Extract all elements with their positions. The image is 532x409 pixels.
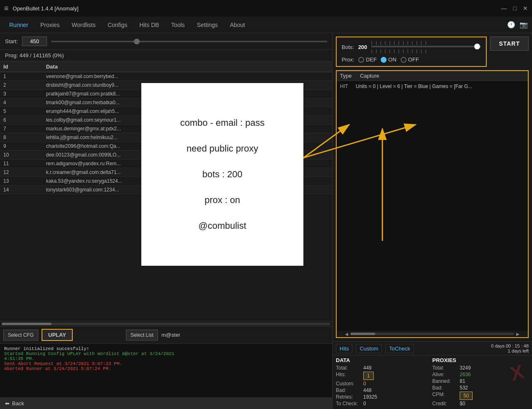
bots-ticks-bottom: | | | | | | | | | | | | | <box>371 49 481 53</box>
prox-on-option[interactable]: ON <box>381 56 397 63</box>
proxy-bad-label: Bad: <box>432 385 457 391</box>
col-data: Data <box>43 61 332 72</box>
prox-off-radio[interactable] <box>401 57 406 63</box>
log-line2: Started Running Config UPLAY with Wordli… <box>4 351 328 356</box>
cell-id: 1 <box>0 72 43 81</box>
data-title: DATA <box>336 357 432 363</box>
cell-id: 7 <box>0 125 43 133</box>
prox-def-option[interactable]: DEF <box>358 56 377 63</box>
retries-value: 19325 <box>363 394 377 400</box>
custom-value: 0 <box>363 381 366 387</box>
results-section: Type Capture HIT Units = 0 | Level = 6 |… <box>336 70 529 338</box>
proxy-banned-label: Banned: <box>432 378 457 384</box>
bots-value: 200 <box>358 44 367 50</box>
menu-about[interactable]: About <box>225 20 250 30</box>
overlay-line1: combo - email : pass <box>180 118 265 128</box>
start-value-input[interactable] <box>22 37 47 46</box>
result-row: HIT Units = 0 | Level = 6 | Tier = Blue … <box>338 83 526 90</box>
bottom-controls: Select CFG UPLAY Select List m@ster <box>0 326 332 343</box>
scroll-thumb[interactable] <box>2 323 52 325</box>
table-row[interactable]: 1veenone@gmail.com:berrybed... <box>0 72 332 81</box>
app-logo: ≡ <box>4 4 9 13</box>
cell-id: 4 <box>0 98 43 107</box>
history-icon[interactable]: 🕐 <box>507 21 515 29</box>
close-button[interactable]: ✕ <box>523 5 528 12</box>
select-list-button[interactable]: Select List <box>126 330 158 340</box>
right-panel: Bots: 200 | | | | | | | | | | | | | | | … <box>332 33 532 409</box>
cfg-name-button[interactable]: UPLAY <box>42 329 73 341</box>
data-stats: DATA Total: 449 Hits: 1 Custom: 0 Bad: 4… <box>336 357 432 407</box>
bots-thumb[interactable] <box>474 44 480 49</box>
right-top: Bots: 200 | | | | | | | | | | | | | | | … <box>332 33 532 70</box>
menu-settings[interactable]: Settings <box>192 20 223 30</box>
proxy-alive-label: Alive: <box>432 372 457 377</box>
menu-hitsdb[interactable]: Hits DB <box>134 20 164 30</box>
titlebar-left: ≡ OpenBullet 1.4.4 [Anomaly] <box>4 4 79 13</box>
log-line1: Runner initialized succesfully! <box>4 346 328 351</box>
prox-off-option[interactable]: OFF <box>401 56 419 63</box>
camera-icon[interactable]: 📷 <box>520 21 528 29</box>
log-line4: Sent Abort Request at 3/24/2021 5:07:23 … <box>4 361 328 366</box>
overlay-line4: prox : on <box>204 195 240 206</box>
tab-tocheck[interactable]: ToCheck <box>385 344 414 353</box>
stat-total: Total: 449 <box>336 365 432 371</box>
results-scrollbar[interactable]: ◀ ▶ <box>337 331 528 337</box>
bottom-stats: DATA Total: 449 Hits: 1 Custom: 0 Bad: 4… <box>332 355 532 409</box>
overlay-line5: @combulist <box>198 220 246 231</box>
prox-on-radio[interactable] <box>381 57 387 63</box>
cell-id: 14 <box>0 186 43 194</box>
prox-def-radio[interactable] <box>358 57 364 63</box>
proxy-bad-value: 532 <box>460 385 468 391</box>
log-area: Runner initialized succesfully! Started … <box>0 343 332 397</box>
menu-wordlists[interactable]: Wordlists <box>67 20 101 30</box>
progress-slider[interactable] <box>51 41 327 42</box>
stat-bad: Bad: 448 <box>336 387 432 393</box>
hits-value: 1 <box>363 372 374 380</box>
select-cfg-button[interactable]: Select CFG <box>3 330 38 340</box>
back-arrow-icon: ⬅ <box>5 400 10 407</box>
menu-tools[interactable]: Tools <box>166 20 190 30</box>
back-label: Back <box>12 400 24 407</box>
total-value: 449 <box>363 365 372 371</box>
start-button[interactable]: START <box>490 37 529 51</box>
log-line5: Aborted Runner at 3/24/2021 5:07:24 PM. <box>4 366 328 371</box>
proxy-credit-value: $0 <box>460 401 465 407</box>
bots-slider[interactable] <box>371 46 481 47</box>
timer-value: 0 days 00 : 15 : 48 <box>491 343 529 348</box>
scroll-left-icon[interactable]: ◀ <box>345 332 348 336</box>
list-name: m@ster <box>161 332 180 338</box>
menu-proxies[interactable]: Proxies <box>35 20 65 30</box>
bots-section: Bots: 200 | | | | | | | | | | | | | | | … <box>336 37 487 67</box>
col-id: Id <box>0 61 43 72</box>
tab-custom[interactable]: Custom <box>356 344 382 353</box>
menubar-icons: 🕐 📷 <box>507 21 528 29</box>
custom-label: Custom: <box>336 381 361 387</box>
tab-hits[interactable]: Hits <box>336 344 352 353</box>
slider-thumb[interactable] <box>134 39 140 44</box>
minimize-button[interactable]: — <box>501 5 507 12</box>
back-button[interactable]: ⬅ Back <box>0 397 332 409</box>
bad-label: Bad: <box>336 387 361 393</box>
maximize-button[interactable]: □ <box>513 5 517 12</box>
window-controls[interactable]: — □ ✕ <box>501 5 528 12</box>
cell-data: veenone@gmail.com:berrybed... <box>43 72 332 81</box>
menu-configs[interactable]: Configs <box>103 20 132 30</box>
results-scroll-track <box>350 333 514 335</box>
menu-runner[interactable]: Runner <box>4 20 33 30</box>
table-scrollbar[interactable] <box>0 321 332 326</box>
progress-bar: Prog: 449 / 141165 (0%) <box>0 50 332 61</box>
cell-id: 2 <box>0 81 43 90</box>
proxy-bad: Bad: 532 <box>432 385 529 391</box>
results-header: Type Capture <box>337 71 528 81</box>
scroll-track <box>2 323 330 325</box>
result-type: HIT <box>340 83 352 89</box>
scroll-right-icon[interactable]: ▶ <box>516 332 520 336</box>
cell-id: 3 <box>0 90 43 98</box>
results-scroll-thumb[interactable] <box>350 333 375 335</box>
results-content: HIT Units = 0 | Level = 6 | Tier = Blue … <box>337 81 528 331</box>
log-line3: 4:51:35 PM. <box>4 356 328 361</box>
top-controls: Start: <box>0 33 332 50</box>
titlebar: ≡ OpenBullet 1.4.4 [Anomaly] — □ ✕ <box>0 0 532 17</box>
proxy-cpm: CPM: 50 <box>432 392 529 400</box>
cell-id: 5 <box>0 107 43 116</box>
